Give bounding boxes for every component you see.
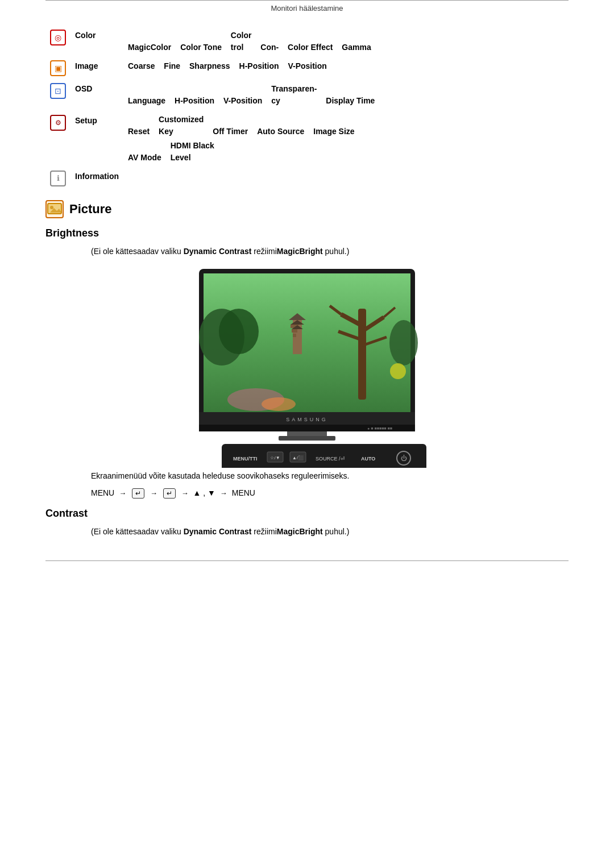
- svg-point-26: [390, 363, 406, 379]
- osd-item-hpos: H-Position: [175, 95, 214, 107]
- monitor-illustration: SAMSUNG ● ■ ■■■■■ ■■ MENU/TTI ☆/▼ ▲/⬛ SO…: [45, 263, 569, 470]
- svg-point-23: [389, 320, 418, 366]
- setup-label: Setup: [70, 110, 123, 167]
- brightness-note-end: puhul.): [323, 247, 350, 256]
- svg-text:SOURCE /⏎: SOURCE /⏎: [316, 456, 345, 462]
- setup-item-reset: Reset: [128, 126, 150, 138]
- setup-item-hdmiblack: HDMI BlackLevel: [171, 140, 214, 164]
- osd-item-displaytime: Display Time: [326, 95, 375, 107]
- contrast-note: (Ei ole kättesaadav valiku Dynamic Contr…: [91, 525, 569, 538]
- bottom-rule: [45, 560, 569, 561]
- contrast-note-end: puhul.): [323, 527, 350, 536]
- color-item-effect: Color Effect: [288, 41, 333, 53]
- color-icon: ◎: [50, 30, 66, 45]
- contrast-heading: Contrast: [45, 508, 569, 521]
- image-icon: ▣: [50, 60, 66, 76]
- svg-text:SAMSUNG: SAMSUNG: [286, 417, 328, 422]
- picture-section: Picture Brightness (Ei ole kättesaadav v…: [45, 200, 569, 538]
- color-item-control: Colortrol: [231, 30, 252, 53]
- contrast-note-pre: (Ei ole kättesaadav valiku: [91, 527, 184, 536]
- contrast-note-mid: režiimi: [251, 527, 276, 536]
- arrow-3: →: [181, 489, 189, 497]
- brightness-note: (Ei ole kättesaadav valiku Dynamic Contr…: [91, 245, 569, 258]
- color-item-tone: Color Tone: [180, 41, 222, 53]
- key-up: ▲: [193, 488, 201, 497]
- osd-item-vpos: V-Position: [223, 95, 262, 107]
- setup-item-offtimer: Off Timer: [213, 126, 248, 138]
- information-icon: ℹ: [50, 171, 66, 186]
- nav-row-image: ▣ Image Coarse Fine Sharpness H-Position…: [45, 57, 569, 80]
- svg-text:☆/▼: ☆/▼: [270, 455, 280, 460]
- color-item-gamma: Gamma: [342, 41, 371, 53]
- arrow-1: →: [119, 489, 126, 497]
- brightness-body: Ekraanimenüüd võite kasutada heleduse so…: [91, 470, 569, 482]
- svg-rect-13: [292, 329, 297, 333]
- menu-path: MENU → ↵ → ↵ → ▲ , ▼ → MENU: [91, 488, 569, 499]
- image-item-coarse: Coarse: [128, 60, 155, 72]
- image-item-fine: Fine: [164, 60, 180, 72]
- color-label: Color: [70, 26, 123, 57]
- picture-heading-text: Picture: [69, 202, 112, 217]
- brightness-heading: Brightness: [45, 227, 569, 240]
- key-enter-2: ↵: [163, 488, 176, 499]
- setup-item-avmode: AV Mode: [128, 152, 161, 164]
- setup-icon: ⚙: [50, 115, 66, 131]
- setup-item-customkey: CustomizedKey: [159, 114, 204, 138]
- menu-path-menu: MENU: [91, 488, 114, 497]
- contrast-note-bold2: MagicBright: [277, 527, 323, 536]
- svg-text:MENU/TTI: MENU/TTI: [233, 456, 258, 462]
- arrow-4: →: [220, 489, 227, 497]
- picture-icon: [45, 200, 64, 218]
- svg-rect-31: [287, 431, 327, 436]
- setup-item-autosource: Auto Source: [257, 126, 304, 138]
- brightness-note-pre: (Ei ole kättesaadav valiku: [91, 247, 184, 256]
- information-label: Information: [70, 167, 123, 190]
- svg-text:▲/⬛: ▲/⬛: [292, 455, 304, 460]
- image-item-vpos: V-Position: [288, 60, 326, 72]
- osd-item-language: Language: [128, 95, 165, 107]
- color-item-con: Con-: [260, 41, 279, 53]
- brightness-note-bold1: Dynamic Contrast: [184, 247, 252, 256]
- key-enter-1: ↵: [132, 488, 144, 499]
- color-items: MagicColor Color Tone Colortrol Con- Col…: [123, 26, 569, 57]
- svg-point-25: [262, 397, 296, 411]
- image-label: Image: [70, 57, 123, 80]
- nav-row-information: ℹ Information: [45, 167, 569, 190]
- svg-point-1: [50, 206, 53, 209]
- menu-path-end: MENU: [232, 488, 255, 497]
- page-title: Monitori häälestamine: [45, 4, 569, 13]
- nav-row-color: ◎ Color MagicColor Color Tone Colortrol …: [45, 26, 569, 57]
- osd-icon: ⊡: [50, 83, 66, 99]
- osd-item-transparency: Transparen-cy: [271, 83, 317, 107]
- brightness-note-bold2: MagicBright: [277, 247, 323, 256]
- svg-point-8: [219, 309, 259, 354]
- image-items: Coarse Fine Sharpness H-Position V-Posit…: [123, 57, 569, 80]
- color-item-magiccolor: MagicColor: [128, 41, 171, 53]
- svg-text:AUTO: AUTO: [361, 456, 375, 462]
- brightness-note-mid: režiimi: [251, 247, 276, 256]
- svg-rect-32: [279, 436, 335, 441]
- nav-row-setup: ⚙ Setup Reset CustomizedKey Off Timer Au…: [45, 110, 569, 167]
- top-rule: [45, 0, 569, 1]
- setup-items: Reset CustomizedKey Off Timer Auto Sourc…: [123, 110, 569, 167]
- svg-rect-15: [293, 334, 296, 337]
- contrast-note-bold1: Dynamic Contrast: [184, 527, 252, 536]
- setup-item-imagesize: Image Size: [313, 126, 354, 138]
- image-item-sharpness: Sharpness: [189, 60, 230, 72]
- svg-text:⏻: ⏻: [401, 455, 407, 462]
- osd-items: Language H-Position V-Position Transpare…: [123, 80, 569, 110]
- image-item-hpos: H-Position: [239, 60, 279, 72]
- information-items: [123, 167, 569, 190]
- nav-table: ◎ Color MagicColor Color Tone Colortrol …: [45, 26, 569, 190]
- key-down: ▼: [208, 488, 215, 497]
- osd-label: OSD: [70, 80, 123, 110]
- picture-heading: Picture: [45, 200, 569, 218]
- comma: ,: [203, 488, 208, 497]
- nav-row-osd: ⊡ OSD Language H-Position V-Position Tra…: [45, 80, 569, 110]
- svg-text:● ■ ■■■■■ ■■: ● ■ ■■■■■ ■■: [367, 426, 392, 430]
- arrow-2: →: [150, 489, 157, 497]
